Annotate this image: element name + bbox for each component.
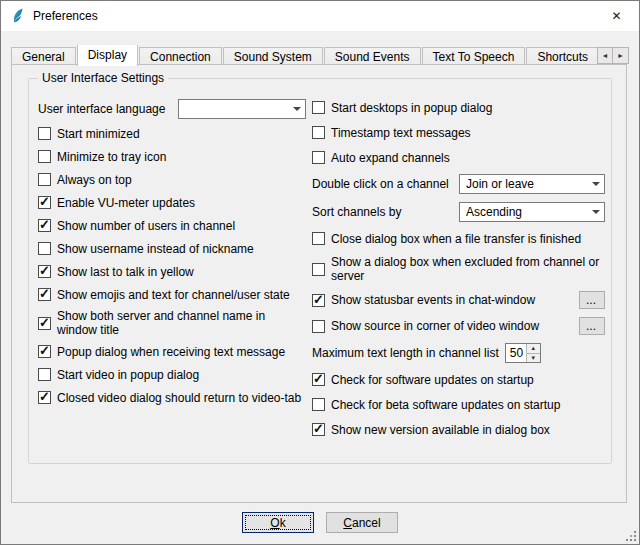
checkbox-label[interactable]: Enable VU-meter updates <box>57 196 195 210</box>
show-username-checkbox[interactable] <box>38 242 51 255</box>
tab-label: Text To Speech <box>433 50 515 64</box>
video-source-corner-checkbox[interactable] <box>312 320 325 333</box>
tab-label: Sound Events <box>335 50 410 64</box>
checkbox-label[interactable]: Minimize to tray icon <box>57 150 166 164</box>
checkbox-more-row: Show source in corner of video window ..… <box>312 317 605 335</box>
checkbox-row: Check for beta software updates on start… <box>312 396 605 413</box>
checkbox-row: Popup dialog when receiving text message <box>38 343 306 360</box>
checkbox-row: Timestamp text messages <box>312 124 605 141</box>
popup-text-message-checkbox[interactable] <box>38 345 51 358</box>
left-column: User interface language Start minimized … <box>38 99 306 406</box>
combo-row: Sort channels by Ascending <box>312 202 605 222</box>
double-click-label: Double click on a channel <box>312 177 449 191</box>
auto-expand-channels-checkbox[interactable] <box>312 151 325 164</box>
tab-scroll-right-icon[interactable]: ► <box>613 47 629 64</box>
checkbox-label[interactable]: Always on top <box>57 173 132 187</box>
language-combobox[interactable] <box>178 99 306 119</box>
cancel-rest: ancel <box>352 516 381 530</box>
close-filetransfer-dialog-checkbox[interactable] <box>312 232 325 245</box>
double-click-combobox[interactable]: Join or leave <box>459 174 605 194</box>
checkbox-label[interactable]: Popup dialog when receiving text message <box>57 345 285 359</box>
title-bar[interactable]: Preferences ✕ <box>1 1 639 31</box>
always-on-top-checkbox[interactable] <box>38 173 51 186</box>
checkbox-row: Show number of users in channel <box>38 217 306 234</box>
tab-bar: General Display Connection Sound System … <box>11 45 627 66</box>
minimize-to-tray-checkbox[interactable] <box>38 150 51 163</box>
checkbox-label[interactable]: Show emojis and text for channel/user st… <box>57 288 290 302</box>
chevron-down-icon <box>588 175 604 193</box>
ok-rest: k <box>280 516 286 530</box>
checkbox-row: Show emojis and text for channel/user st… <box>38 286 306 303</box>
checkbox-row: Show new version available in dialog box <box>312 421 605 438</box>
spin-row: Maximum text length in channel list 50 ▲… <box>312 343 605 363</box>
right-column: Start desktops in popup dialog Timestamp… <box>312 99 605 438</box>
checkbox-label[interactable]: Start video in popup dialog <box>57 368 199 382</box>
checkbox-label[interactable]: Show source in corner of video window <box>331 319 539 333</box>
vu-meter-updates-checkbox[interactable] <box>38 196 51 209</box>
spin-up-icon[interactable]: ▲ <box>527 344 540 353</box>
cancel-button[interactable]: Cancel <box>326 512 398 533</box>
checkbox-label[interactable]: Closed video dialog should return to vid… <box>57 391 301 405</box>
display-tab-pane: User Interface Settings User interface l… <box>11 64 627 503</box>
checkbox-label[interactable]: Show a dialog box when excluded from cha… <box>331 255 605 283</box>
video-popup-checkbox[interactable] <box>38 368 51 381</box>
excluded-dialog-checkbox[interactable] <box>312 263 325 276</box>
checkbox-row: Start minimized <box>38 125 306 142</box>
checkbox-label[interactable]: Show new version available in dialog box <box>331 423 550 437</box>
spin-down-icon[interactable]: ▼ <box>527 353 540 363</box>
checkbox-label[interactable]: Start minimized <box>57 127 140 141</box>
new-version-dialog-checkbox[interactable] <box>312 423 325 436</box>
checkbox-row: Show username instead of nickname <box>38 240 306 257</box>
button-row: Ok Cancel <box>1 512 639 533</box>
tab-display[interactable]: Display <box>77 45 138 66</box>
language-label: User interface language <box>38 102 165 116</box>
checkbox-row: Minimize to tray icon <box>38 148 306 165</box>
spinner-arrows: ▲ ▼ <box>526 344 540 362</box>
start-minimized-checkbox[interactable] <box>38 127 51 140</box>
check-beta-updates-checkbox[interactable] <box>312 398 325 411</box>
tab-scroll-left-icon[interactable]: ◄ <box>597 47 613 64</box>
show-emojis-checkbox[interactable] <box>38 288 51 301</box>
statusbar-events-more-button[interactable]: ... <box>579 291 605 309</box>
checkbox-label[interactable]: Check for beta software updates on start… <box>331 398 560 412</box>
max-text-length-spinner[interactable]: 50 ▲ ▼ <box>505 343 541 363</box>
resize-grip[interactable] <box>624 529 637 542</box>
ok-button[interactable]: Ok <box>242 512 314 533</box>
last-to-talk-yellow-checkbox[interactable] <box>38 265 51 278</box>
checkbox-label[interactable]: Show both server and channel name in win… <box>57 309 306 337</box>
tab-label: Shortcuts <box>537 50 588 64</box>
checkbox-label[interactable]: Check for software updates on startup <box>331 373 534 387</box>
max-text-length-label: Maximum text length in channel list <box>312 346 499 360</box>
close-icon[interactable]: ✕ <box>594 1 639 31</box>
timestamp-messages-checkbox[interactable] <box>312 126 325 139</box>
checkbox-label[interactable]: Show number of users in channel <box>57 219 235 233</box>
checkbox-label[interactable]: Timestamp text messages <box>331 126 471 140</box>
spinner-value[interactable]: 50 <box>506 344 526 362</box>
checkbox-row: Check for software updates on startup <box>312 371 605 388</box>
language-row: User interface language <box>38 99 306 119</box>
checkbox-more-row: Show statusbar events in chat-window ... <box>312 291 605 309</box>
tab-scroll-control: ◄ ► <box>597 47 629 64</box>
checkbox-label[interactable]: Start desktops in popup dialog <box>331 101 492 115</box>
tab-label: Display <box>88 48 127 62</box>
statusbar-events-checkbox[interactable] <box>312 294 325 307</box>
preferences-dialog: Preferences ✕ General Display Connection… <box>0 0 640 545</box>
closed-video-return-checkbox[interactable] <box>38 391 51 404</box>
video-source-more-button[interactable]: ... <box>579 317 605 335</box>
checkbox-row: Enable VU-meter updates <box>38 194 306 211</box>
checkbox-label[interactable]: Show last to talk in yellow <box>57 265 194 279</box>
checkbox-row: Auto expand channels <box>312 149 605 166</box>
checkbox-label[interactable]: Close dialog box when a file transfer is… <box>331 232 581 246</box>
combo-value: Ascending <box>466 205 588 219</box>
desktops-popup-checkbox[interactable] <box>312 101 325 114</box>
checkbox-row: Show a dialog box when excluded from cha… <box>312 255 605 283</box>
checkbox-label[interactable]: Show statusbar events in chat-window <box>331 293 535 307</box>
checkbox-label[interactable]: Auto expand channels <box>331 151 450 165</box>
show-user-count-checkbox[interactable] <box>38 219 51 232</box>
checkbox-label[interactable]: Show username instead of nickname <box>57 242 254 256</box>
tab-label: Connection <box>150 50 211 64</box>
checkbox-row: Close dialog box when a file transfer is… <box>312 230 605 247</box>
sort-channels-combobox[interactable]: Ascending <box>459 202 605 222</box>
check-updates-checkbox[interactable] <box>312 373 325 386</box>
server-channel-in-title-checkbox[interactable] <box>38 317 51 330</box>
